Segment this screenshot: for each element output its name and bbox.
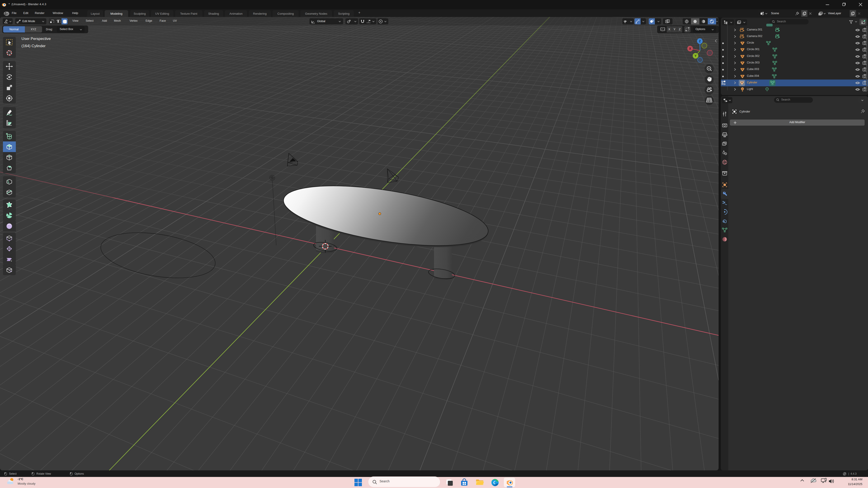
svg-text:Y: Y xyxy=(694,54,697,58)
svg-text:X: X xyxy=(689,47,691,51)
svg-text:Z: Z xyxy=(699,39,701,43)
